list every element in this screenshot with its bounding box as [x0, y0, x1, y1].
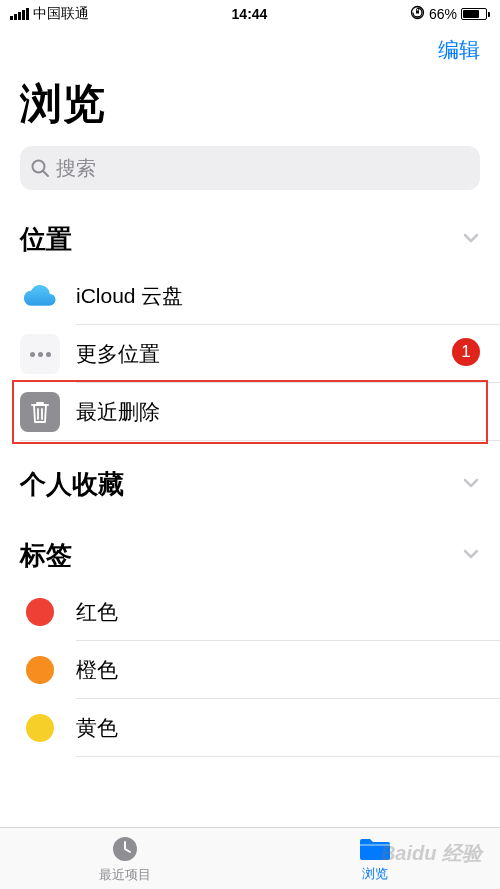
row-label: 红色 [76, 598, 118, 626]
chevron-down-icon [462, 545, 480, 567]
tab-label: 浏览 [362, 865, 388, 883]
section-tags-header[interactable]: 标签 [0, 512, 500, 583]
section-tags-title: 标签 [20, 538, 72, 573]
section-locations-title: 位置 [20, 222, 72, 257]
tag-dot-icon [26, 656, 54, 684]
search-input[interactable]: 搜索 [20, 146, 480, 190]
row-label: 黄色 [76, 714, 118, 742]
icloud-icon [20, 276, 60, 316]
svg-line-3 [43, 171, 48, 176]
tag-dot-icon [26, 598, 54, 626]
battery-icon [461, 8, 490, 20]
row-more-locations[interactable]: 更多位置 [0, 325, 500, 383]
svg-rect-1 [416, 11, 419, 14]
chevron-down-icon [462, 229, 480, 251]
trash-icon [20, 392, 60, 432]
tag-dot-icon [26, 714, 54, 742]
tab-label: 最近项目 [99, 866, 151, 884]
row-label: 最近删除 [76, 398, 160, 426]
annotation-badge: 1 [452, 338, 480, 366]
carrier-label: 中国联通 [33, 5, 89, 23]
row-recently-deleted[interactable]: 最近删除 [0, 383, 500, 441]
folder-icon [358, 835, 392, 863]
tab-bar: 最近项目 浏览 [0, 827, 500, 889]
orientation-lock-icon [410, 5, 425, 23]
chevron-down-icon [462, 474, 480, 496]
nav-bar: 编辑 [0, 28, 500, 72]
section-favorites-header[interactable]: 个人收藏 [0, 441, 500, 512]
row-label: 更多位置 [76, 340, 160, 368]
status-bar: 中国联通 14:44 66% [0, 0, 500, 28]
row-icloud-drive[interactable]: iCloud 云盘 [0, 267, 500, 325]
tab-recent[interactable]: 最近项目 [0, 828, 250, 889]
row-tag-orange[interactable]: 橙色 [0, 641, 500, 699]
section-favorites-title: 个人收藏 [20, 467, 124, 502]
tab-browse[interactable]: 浏览 [250, 828, 500, 889]
search-icon [30, 158, 50, 178]
row-tag-red[interactable]: 红色 [0, 583, 500, 641]
status-right: 66% [410, 5, 490, 23]
more-icon [20, 334, 60, 374]
page-title: 浏览 [0, 72, 500, 146]
row-label: iCloud 云盘 [76, 282, 183, 310]
clock-icon [110, 834, 140, 864]
svg-rect-5 [360, 844, 390, 846]
edit-button[interactable]: 编辑 [438, 36, 480, 64]
search-placeholder: 搜索 [56, 155, 96, 182]
row-label: 橙色 [76, 656, 118, 684]
row-tag-yellow[interactable]: 黄色 [0, 699, 500, 757]
status-left: 中国联通 [10, 5, 89, 23]
section-locations-header[interactable]: 位置 [0, 208, 500, 267]
status-time: 14:44 [232, 6, 268, 22]
battery-pct: 66% [429, 6, 457, 22]
signal-icon [10, 8, 29, 20]
